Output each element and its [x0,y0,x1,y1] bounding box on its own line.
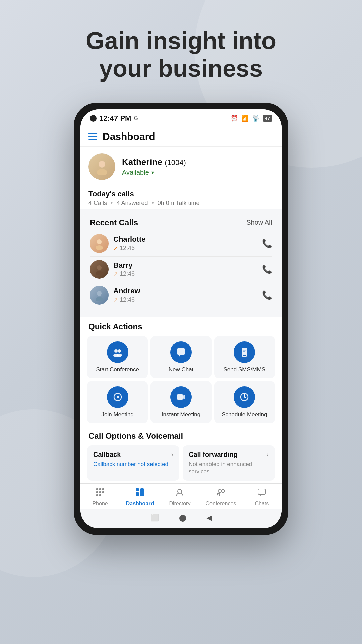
svg-rect-12 [177,348,185,355]
svg-rect-28 [99,488,101,490]
schedule-meeting-icon [234,386,255,408]
dashboard-nav-icon [135,488,144,499]
co-call-forwarding[interactable]: Call forwarding › Not enabled in enhance… [183,445,275,481]
avatar-image [88,153,115,180]
android-nav-bar: ⬜ ⬤ ◀ [80,509,282,528]
join-meeting-label: Join Meeting [101,411,133,418]
svg-point-7 [96,297,103,301]
new-chat-label: New Chat [169,366,194,373]
svg-rect-34 [140,488,144,496]
call-time-barry: 12:46 [120,270,135,277]
nav-phone[interactable]: Phone [87,488,114,507]
wifi-icon: 📡 [252,115,259,122]
nav-conferences-label: Conferences [206,501,236,507]
chevron-down-icon: ▾ [151,169,154,176]
co-forwarding-sub: Not enabled in enhanced services [189,461,269,475]
co-forwarding-chevron: › [267,451,269,458]
menu-button[interactable] [88,133,97,140]
bottom-nav: Phone Dashboard Directory Conferences [80,483,282,509]
svg-marker-19 [117,395,120,399]
profile-info: Katherine (1004) Available ▾ [122,157,186,176]
alarm-icon: ⏰ [231,115,238,122]
svg-point-37 [218,489,221,492]
phone-screen: 12:47 PM G ⏰ 📶 📡 47 Dashboard [80,109,282,528]
call-name-charlotte: Charlotte [113,235,257,244]
signal-icon: 📶 [241,115,249,122]
svg-rect-30 [99,494,101,496]
call-button-andrew[interactable]: 📞 [262,290,272,300]
qa-join-meeting[interactable]: Join Meeting [87,381,148,423]
join-meeting-icon [107,386,128,408]
call-item-andrew: Andrew ↗ 12:46 📞 [90,282,272,308]
phone-nav-icon [96,488,105,499]
co-callback-sub: Callback number not selected [93,461,173,468]
phone-frame: 12:47 PM G ⏰ 📶 📡 47 Dashboard [74,103,288,535]
call-button-barry[interactable]: 📞 [262,265,272,274]
page-title: Dashboard [103,131,155,142]
call-type-icon-charlotte: ↗ [113,245,118,251]
nav-directory[interactable]: Directory [166,488,193,507]
svg-point-0 [99,161,105,168]
svg-point-38 [221,489,224,492]
call-type-icon-barry: ↗ [113,271,118,277]
schedule-meeting-label: Schedule Meeting [222,411,267,418]
qa-start-conference[interactable]: Start Conference [87,336,148,378]
directory-nav-icon [175,488,184,499]
svg-point-2 [97,239,102,244]
svg-rect-29 [99,491,101,493]
send-sms-icon [234,341,255,363]
call-info-andrew: Andrew ↗ 12:46 [113,287,257,303]
android-home-btn[interactable]: ⬤ [179,514,186,522]
svg-marker-40 [260,494,262,496]
call-avatar-andrew [90,286,109,305]
qa-instant-meeting[interactable]: Instant Meeting [150,381,211,423]
call-button-charlotte[interactable]: 📞 [262,239,272,248]
start-conference-label: Start Conference [96,366,139,373]
co-callback-title: Callback [93,451,121,459]
g-icon: G [134,115,138,121]
svg-rect-17 [243,351,245,352]
status-label: Available [122,169,149,176]
android-square-btn[interactable]: ⬜ [150,514,159,522]
svg-point-1 [97,169,107,175]
svg-point-8 [114,349,118,353]
call-avatar-barry [90,260,109,279]
co-forwarding-header: Call forwarding › [189,451,269,459]
svg-point-5 [96,271,103,275]
new-chat-icon [170,341,192,363]
svg-rect-39 [258,489,265,494]
svg-rect-26 [96,491,98,493]
svg-marker-21 [183,395,185,399]
nav-chats[interactable]: Chats [248,488,275,507]
svg-rect-25 [96,488,98,490]
quick-actions-grid: Start Conference New Chat Send SMS/MMS [86,336,276,423]
show-all-button[interactable]: Show All [246,219,272,226]
nav-dashboard[interactable]: Dashboard [126,488,154,507]
nav-conferences[interactable]: Conferences [206,488,236,507]
qa-schedule-meeting[interactable]: Schedule Meeting [214,381,275,423]
qa-send-sms[interactable]: Send SMS/MMS [214,336,275,378]
svg-point-11 [117,354,122,357]
call-name-barry: Barry [113,261,257,270]
nav-chats-label: Chats [255,501,269,507]
call-info-charlotte: Charlotte ↗ 12:46 [113,235,257,252]
nav-directory-label: Directory [169,501,190,507]
call-type-icon-andrew: ↗ [113,297,118,303]
svg-marker-13 [179,355,180,357]
co-callback[interactable]: Callback › Callback number not selected [87,445,179,481]
profile-name: Katherine (1004) [122,157,186,167]
call-info-barry: Barry ↗ 12:46 [113,261,257,277]
quick-actions-title: Quick Actions [86,322,276,331]
svg-rect-32 [102,491,104,493]
headline: Gain insight into your business [86,27,276,83]
android-back-btn[interactable]: ◀ [206,514,212,522]
avatar [88,153,115,180]
profile-status[interactable]: Available ▾ [122,169,186,176]
qa-new-chat[interactable]: New Chat [150,336,211,378]
todays-calls-title: Today's calls [88,190,274,198]
camera-dot [90,115,97,122]
profile-section: Katherine (1004) Available ▾ [80,147,282,185]
send-sms-label: Send SMS/MMS [223,366,265,373]
call-meta-charlotte: ↗ 12:46 [113,245,257,252]
svg-point-4 [97,265,102,270]
